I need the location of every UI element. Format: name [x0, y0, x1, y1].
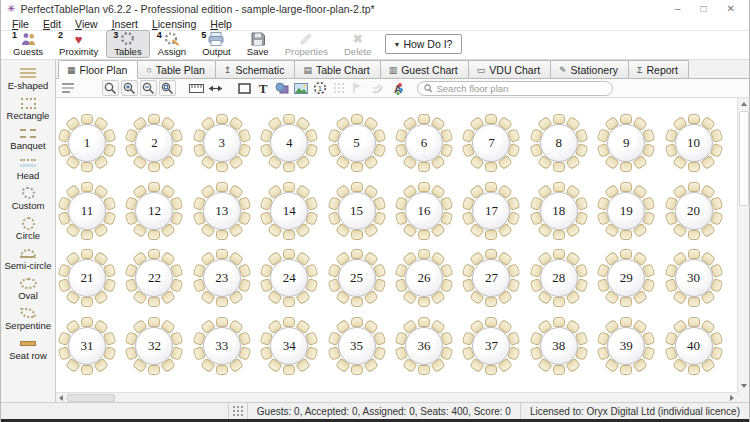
- chair-icon[interactable]: [418, 162, 430, 172]
- chair-icon[interactable]: [485, 162, 497, 172]
- chair-icon[interactable]: [418, 317, 430, 327]
- chair-icon[interactable]: [553, 162, 565, 172]
- ruler-icon[interactable]: [188, 80, 205, 96]
- chair-icon[interactable]: [418, 365, 430, 375]
- tab-vdu-chart[interactable]: ▭VDU Chart: [468, 60, 551, 78]
- table-number[interactable]: 23: [203, 259, 241, 297]
- chair-icon[interactable]: [688, 249, 700, 259]
- close-icon[interactable]: ✕: [727, 3, 735, 14]
- table-number[interactable]: 29: [607, 259, 645, 297]
- table-40[interactable]: 40: [663, 315, 725, 377]
- chair-icon[interactable]: [553, 230, 565, 240]
- chair-icon[interactable]: [351, 365, 363, 375]
- table-24[interactable]: 24: [258, 247, 320, 309]
- table-8[interactable]: 8: [528, 112, 590, 174]
- table-number[interactable]: 19: [607, 192, 645, 230]
- chair-icon[interactable]: [148, 162, 160, 172]
- table-number[interactable]: 28: [540, 259, 578, 297]
- tables-button[interactable]: 3Tables: [106, 30, 149, 58]
- table-31[interactable]: 31: [56, 315, 118, 377]
- table-number[interactable]: 25: [338, 259, 376, 297]
- menu-licensing[interactable]: Licensing: [145, 18, 203, 30]
- table-6[interactable]: 6: [393, 112, 455, 174]
- tab-guest-chart[interactable]: ▥Guest Chart: [380, 60, 469, 78]
- output-button[interactable]: 5Output: [194, 30, 239, 58]
- table-34[interactable]: 34: [258, 315, 320, 377]
- chair-icon[interactable]: [148, 249, 160, 259]
- chair-icon[interactable]: [351, 317, 363, 327]
- chair-icon[interactable]: [148, 182, 160, 192]
- chair-icon[interactable]: [216, 365, 228, 375]
- table-30[interactable]: 30: [663, 247, 725, 309]
- tab-floor-plan[interactable]: ▦Floor Plan: [58, 60, 138, 79]
- chair-icon[interactable]: [283, 114, 295, 124]
- table-9[interactable]: 9: [595, 112, 657, 174]
- chair-icon[interactable]: [283, 365, 295, 375]
- how-do-i-button[interactable]: ▼ How Do I?: [385, 34, 462, 54]
- chair-icon[interactable]: [485, 182, 497, 192]
- table-38[interactable]: 38: [528, 315, 590, 377]
- tab-report[interactable]: ΣReport: [628, 60, 689, 78]
- chair-icon[interactable]: [620, 249, 632, 259]
- table-1[interactable]: 1: [56, 112, 118, 174]
- table-number[interactable]: 21: [68, 259, 106, 297]
- table-number[interactable]: 1: [68, 124, 106, 162]
- tab-table-plan[interactable]: ○Table Plan: [137, 60, 215, 78]
- vertical-scroll-thumb[interactable]: [739, 111, 749, 206]
- table-number[interactable]: 31: [68, 327, 106, 365]
- chair-icon[interactable]: [216, 317, 228, 327]
- table-26[interactable]: 26: [393, 247, 455, 309]
- zoom-in-icon[interactable]: [121, 80, 138, 96]
- table-number[interactable]: 16: [405, 192, 443, 230]
- table-number[interactable]: 26: [405, 259, 443, 297]
- maximize-icon[interactable]: □: [701, 3, 707, 14]
- chair-icon[interactable]: [148, 365, 160, 375]
- table-37[interactable]: 37: [460, 315, 522, 377]
- sidebar-item-oval[interactable]: Oval: [1, 276, 55, 301]
- chair-icon[interactable]: [283, 317, 295, 327]
- scroll-left-icon[interactable]: [56, 393, 66, 402]
- chair-icon[interactable]: [418, 249, 430, 259]
- minimize-icon[interactable]: –: [675, 3, 681, 14]
- table-35[interactable]: 35: [326, 315, 388, 377]
- table-18[interactable]: 18: [528, 180, 590, 242]
- table-number[interactable]: 10: [675, 124, 713, 162]
- search-input[interactable]: [437, 83, 606, 94]
- floor-plan-canvas[interactable]: 1234567891011121314151617181920212223242…: [56, 98, 737, 392]
- zoom-icon[interactable]: [102, 80, 119, 96]
- menu-file[interactable]: File: [5, 18, 36, 30]
- table-5[interactable]: 5: [326, 112, 388, 174]
- table-27[interactable]: 27: [460, 247, 522, 309]
- chair-icon[interactable]: [351, 297, 363, 307]
- zoom-fit-icon[interactable]: [159, 80, 176, 96]
- table-number[interactable]: 40: [675, 327, 713, 365]
- menu-insert[interactable]: Insert: [105, 18, 145, 30]
- chair-icon[interactable]: [216, 249, 228, 259]
- image-icon[interactable]: [293, 80, 310, 96]
- sidebar-item-rectangle[interactable]: Rectangle: [1, 96, 55, 121]
- chair-icon[interactable]: [688, 182, 700, 192]
- chair-icon[interactable]: [553, 114, 565, 124]
- table-number[interactable]: 11: [68, 192, 106, 230]
- table-29[interactable]: 29: [595, 247, 657, 309]
- numbered-table-icon[interactable]: 1: [312, 80, 329, 96]
- table-number[interactable]: 24: [270, 259, 308, 297]
- chair-icon[interactable]: [81, 230, 93, 240]
- sidebar-item-custom[interactable]: Custom: [1, 186, 55, 211]
- table-20[interactable]: 20: [663, 180, 725, 242]
- chair-icon[interactable]: [620, 114, 632, 124]
- chair-icon[interactable]: [485, 317, 497, 327]
- table-11[interactable]: 11: [56, 180, 118, 242]
- chair-icon[interactable]: [81, 249, 93, 259]
- chair-icon[interactable]: [351, 114, 363, 124]
- sidebar-item-semi-circle[interactable]: Semi-circle: [1, 246, 55, 271]
- table-number[interactable]: 30: [675, 259, 713, 297]
- table-number[interactable]: 18: [540, 192, 578, 230]
- table-2[interactable]: 2: [123, 112, 185, 174]
- chair-icon[interactable]: [351, 230, 363, 240]
- chair-icon[interactable]: [351, 182, 363, 192]
- assign-button[interactable]: 4Assign: [150, 30, 195, 58]
- chair-icon[interactable]: [148, 317, 160, 327]
- table-23[interactable]: 23: [191, 247, 253, 309]
- chair-icon[interactable]: [283, 230, 295, 240]
